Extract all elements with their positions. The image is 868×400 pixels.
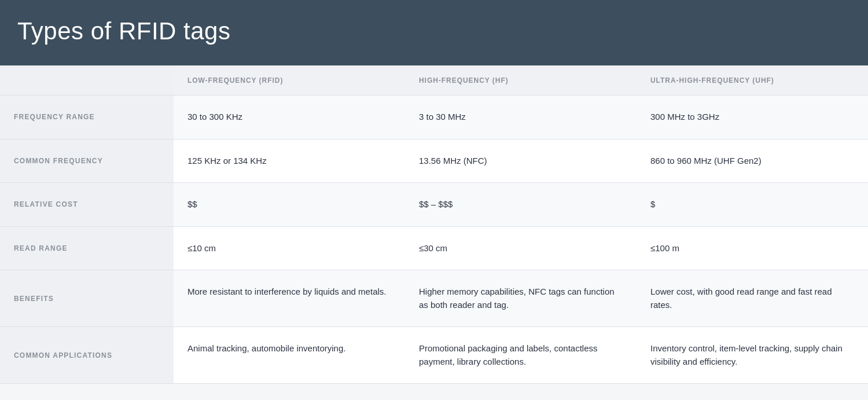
col-header-lf: LOW-FREQUENCY (RFID) <box>174 66 405 96</box>
cell-hf-0: 3 to 30 MHz <box>405 96 637 140</box>
cell-lf-3: ≤10 cm <box>174 226 405 270</box>
cell-uhf-0: 300 MHz to 3GHz <box>637 96 868 140</box>
cell-hf-3: ≤30 cm <box>405 226 637 270</box>
cell-uhf-5: Inventory control, item-level tracking, … <box>637 327 868 384</box>
col-header-hf: HIGH-FREQUENCY (HF) <box>405 66 637 96</box>
cell-lf-1: 125 KHz or 134 KHz <box>174 139 405 183</box>
row-label-1: COMMON FREQUENCY <box>0 139 174 183</box>
table-row: COMMON APPLICATIONSAnimal tracking, auto… <box>0 327 868 384</box>
cell-uhf-1: 860 to 960 MHz (UHF Gen2) <box>637 139 868 183</box>
cell-hf-2: $$ – $$$ <box>405 183 637 227</box>
page-header: Types of RFID tags <box>0 0 868 65</box>
row-label-3: READ RANGE <box>0 226 174 270</box>
cell-lf-4: More resistant to interference by liquid… <box>174 270 405 327</box>
table-row: COMMON FREQUENCY125 KHz or 134 KHz13.56 … <box>0 139 868 183</box>
table-row: BENEFITSMore resistant to interference b… <box>0 270 868 327</box>
cell-hf-5: Promotional packaging and labels, contac… <box>405 327 637 384</box>
cell-lf-0: 30 to 300 KHz <box>174 96 405 140</box>
row-label-0: FREQUENCY RANGE <box>0 96 174 140</box>
row-label-2: RELATIVE COST <box>0 183 174 227</box>
cell-uhf-2: $ <box>637 183 868 227</box>
cell-hf-4: Higher memory capabilities, NFC tags can… <box>405 270 637 327</box>
cell-lf-5: Animal tracking, automobile inventorying… <box>174 327 405 384</box>
cell-uhf-3: ≤100 m <box>637 226 868 270</box>
col-header-label <box>0 66 174 96</box>
table-row: RELATIVE COST$$$$ – $$$$ <box>0 183 868 227</box>
page-title: Types of RFID tags <box>17 17 845 45</box>
table-header-row: LOW-FREQUENCY (RFID) HIGH-FREQUENCY (HF)… <box>0 66 868 96</box>
row-label-4: BENEFITS <box>0 270 174 327</box>
cell-uhf-4: Lower cost, with good read range and fas… <box>637 270 868 327</box>
table-row: READ RANGE≤10 cm≤30 cm≤100 m <box>0 226 868 270</box>
table-row: FREQUENCY RANGE30 to 300 KHz3 to 30 MHz3… <box>0 96 868 140</box>
cell-lf-2: $$ <box>174 183 405 227</box>
rfid-table: LOW-FREQUENCY (RFID) HIGH-FREQUENCY (HF)… <box>0 65 868 384</box>
col-header-uhf: ULTRA-HIGH-FREQUENCY (UHF) <box>637 66 868 96</box>
row-label-5: COMMON APPLICATIONS <box>0 327 174 384</box>
cell-hf-1: 13.56 MHz (NFC) <box>405 139 637 183</box>
table-container: LOW-FREQUENCY (RFID) HIGH-FREQUENCY (HF)… <box>0 65 868 384</box>
